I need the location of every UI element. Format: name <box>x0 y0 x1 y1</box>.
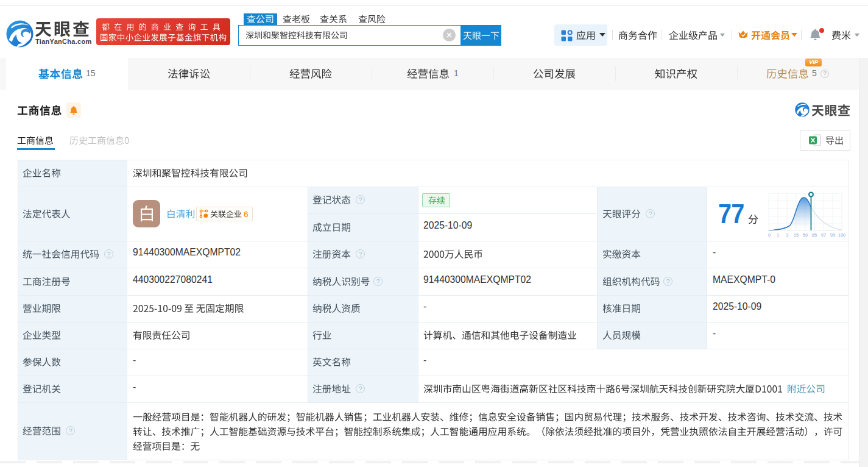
svg-text:15: 15 <box>794 232 799 238</box>
svg-text:99: 99 <box>830 232 835 238</box>
svg-text:85: 85 <box>812 232 817 238</box>
svg-text:3: 3 <box>786 232 788 238</box>
svg-text:100: 100 <box>838 232 846 238</box>
svg-text:1: 1 <box>777 232 779 238</box>
svg-text:50: 50 <box>803 232 808 238</box>
svg-text:97: 97 <box>821 232 826 238</box>
svg-text:0: 0 <box>768 232 771 238</box>
